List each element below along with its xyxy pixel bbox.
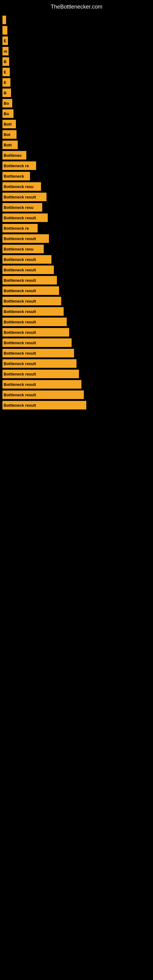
bar-item: E — [2, 68, 10, 76]
bar-row: m — [2, 47, 153, 56]
bar-row: Bottleneck result — [2, 380, 153, 389]
bar-row: Bottleneck result — [2, 255, 153, 264]
bars-container: EmBEEBBoBoBottBotBottBottlenecBottleneck… — [0, 13, 153, 411]
bar-row: Bottleneck result — [2, 328, 153, 337]
bar-item: Bottleneck result — [2, 307, 64, 316]
bar-item — [2, 16, 6, 24]
bar-row: Bottleneck result — [2, 297, 153, 305]
bar-item: Bottleneck result — [2, 328, 69, 337]
bar-item: Bottleneck result — [2, 213, 48, 222]
bar-row: Bottlenec — [2, 151, 153, 159]
bar-row: Bottleneck result — [2, 266, 153, 274]
bar-item: Bottleneck result — [2, 401, 86, 409]
bar-row: Bottleneck re — [2, 224, 153, 232]
bar-item: Bottleneck result — [2, 318, 67, 326]
bar-item: Bottleneck result — [2, 234, 49, 243]
bar-item: E — [2, 37, 8, 45]
bar-row — [2, 16, 153, 24]
bar-row — [2, 26, 153, 35]
bar-item: m — [2, 47, 9, 56]
bar-item: Bottleneck result — [2, 380, 81, 389]
bar-row: Bottleneck result — [2, 213, 153, 222]
bar-item: E — [2, 78, 10, 87]
bar-row: Bottleneck result — [2, 276, 153, 285]
bar-row: B — [2, 57, 153, 66]
bar-item: B — [2, 89, 11, 97]
bar-item: Bottleneck resu — [2, 245, 44, 253]
bar-row: Bottleneck resu — [2, 203, 153, 212]
bar-item: Bo — [2, 99, 12, 108]
bar-item: Bottleneck resu — [2, 182, 41, 191]
bar-row: B — [2, 89, 153, 97]
bar-item: Bottleneck result — [2, 339, 72, 347]
bar-item: Bottleneck result — [2, 390, 84, 399]
bar-item — [2, 26, 7, 35]
bar-row: Bottleneck result — [2, 390, 153, 399]
bar-item: Bottleneck result — [2, 349, 74, 357]
bar-row: Bottleneck result — [2, 339, 153, 347]
bar-item: Bottleneck re — [2, 161, 36, 170]
bar-row: Bottleneck result — [2, 370, 153, 378]
bar-row: Bottleneck result — [2, 318, 153, 326]
bar-item: Bo — [2, 109, 13, 118]
bar-item: Bottleneck result — [2, 286, 59, 295]
bar-item: Bottleneck resu — [2, 203, 42, 212]
bar-item: Bott — [2, 120, 16, 128]
bar-row: Bott — [2, 120, 153, 128]
bar-row: Bottleneck resu — [2, 245, 153, 253]
bar-row: Bottleneck result — [2, 349, 153, 357]
bar-item: Bottleneck result — [2, 192, 46, 201]
bar-row: Bottleneck result — [2, 307, 153, 316]
bar-row: Bottleneck result — [2, 359, 153, 368]
bar-item: Bottleneck result — [2, 266, 54, 274]
bar-item: Bottleneck result — [2, 255, 51, 264]
bar-row: E — [2, 37, 153, 45]
bar-row: Bottleneck resu — [2, 182, 153, 191]
bar-item: Bottleneck result — [2, 359, 76, 368]
bar-row: Bott — [2, 140, 153, 149]
bar-item: Bottleneck result — [2, 370, 79, 378]
bar-row: Bo — [2, 109, 153, 118]
site-title: TheBottlenecker.com — [0, 0, 153, 13]
bar-row: Bot — [2, 130, 153, 139]
bar-row: E — [2, 68, 153, 76]
bar-item: Bottleneck — [2, 172, 30, 180]
bar-item: Bottlenec — [2, 151, 26, 159]
bar-item: Bott — [2, 140, 18, 149]
bar-row: Bottleneck result — [2, 192, 153, 201]
bar-row: Bottleneck — [2, 172, 153, 180]
bar-row: Bottleneck result — [2, 401, 153, 409]
bar-row: E — [2, 78, 153, 87]
bar-item: B — [2, 57, 9, 66]
bar-item: Bottleneck result — [2, 297, 61, 305]
bar-item: Bottleneck re — [2, 224, 38, 232]
bar-row: Bottleneck re — [2, 161, 153, 170]
bar-row: Bottleneck result — [2, 234, 153, 243]
bar-row: Bo — [2, 99, 153, 108]
bar-item: Bottleneck result — [2, 276, 57, 285]
bar-row: Bottleneck result — [2, 286, 153, 295]
bar-item: Bot — [2, 130, 16, 139]
